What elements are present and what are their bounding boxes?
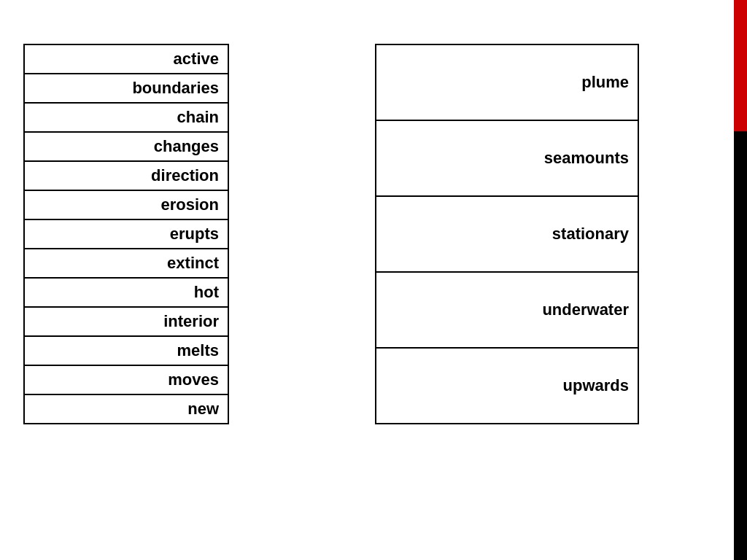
list-item: plume	[376, 44, 638, 120]
word-cell: active	[24, 44, 228, 74]
list-item: boundaries	[24, 74, 228, 103]
main-content: activeboundarieschainchangesdirectionero…	[0, 0, 747, 424]
list-item: direction	[24, 161, 228, 190]
list-item: moves	[24, 365, 228, 394]
word-cell: changes	[24, 132, 228, 161]
list-item: hot	[24, 278, 228, 307]
word-cell: plume	[376, 44, 638, 120]
list-item: chain	[24, 103, 228, 132]
right-word-table: plumeseamountsstationaryunderwaterupward…	[375, 44, 639, 424]
word-cell: interior	[24, 307, 228, 336]
list-item: erosion	[24, 190, 228, 219]
word-cell: hot	[24, 278, 228, 307]
word-cell: upwards	[376, 348, 638, 424]
list-item: extinct	[24, 249, 228, 278]
word-cell: new	[24, 394, 228, 424]
list-item: new	[24, 394, 228, 424]
word-cell: chain	[24, 103, 228, 132]
word-cell: direction	[24, 161, 228, 190]
list-item: interior	[24, 307, 228, 336]
red-accent-bar	[734, 0, 747, 131]
left-word-table: activeboundarieschainchangesdirectionero…	[23, 44, 229, 424]
word-cell: seamounts	[376, 120, 638, 196]
word-cell: stationary	[376, 196, 638, 272]
list-item: active	[24, 44, 228, 74]
list-item: melts	[24, 336, 228, 365]
word-cell: erupts	[24, 219, 228, 249]
word-cell: boundaries	[24, 74, 228, 103]
list-item: upwards	[376, 348, 638, 424]
word-cell: melts	[24, 336, 228, 365]
word-cell: underwater	[376, 272, 638, 348]
list-item: seamounts	[376, 120, 638, 196]
list-item: underwater	[376, 272, 638, 348]
list-item: changes	[24, 132, 228, 161]
word-cell: extinct	[24, 249, 228, 278]
word-cell: erosion	[24, 190, 228, 219]
list-item: stationary	[376, 196, 638, 272]
word-cell: moves	[24, 365, 228, 394]
list-item: erupts	[24, 219, 228, 249]
